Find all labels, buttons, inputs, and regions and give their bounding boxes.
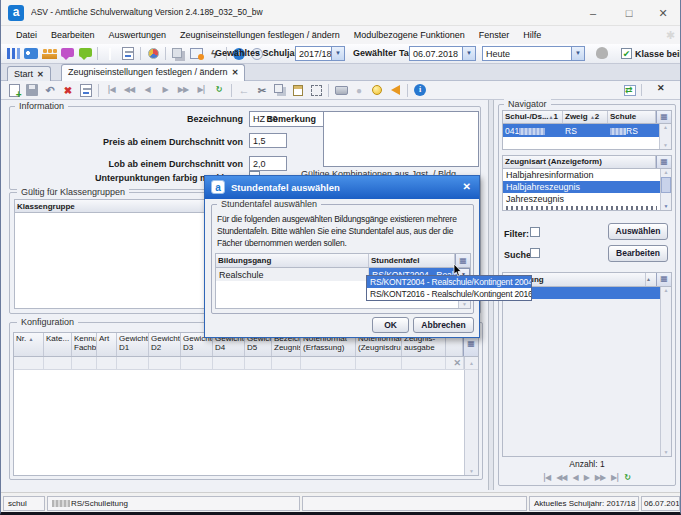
panel-sync-icon[interactable] [622,83,638,98]
table-config-icon[interactable]: ▦ [656,111,671,123]
grades-book-icon[interactable] [102,46,118,61]
list-item-clipped[interactable] [506,206,657,210]
filter-cell[interactable] [181,357,213,369]
col-gewicht-d1[interactable]: GewichtD1 [117,333,149,356]
close-button[interactable]: ✕ [648,0,678,26]
bearbeiten-button[interactable]: Bearbeiten [608,245,668,262]
scroll-up-icon[interactable]: ▲ [464,357,478,369]
select-icon[interactable] [308,83,324,98]
window-titlebar[interactable]: a ASV - Amtliche Schulverwaltung Version… [1,0,681,26]
list-item-jahreszeugnis[interactable]: Jahreszeugnis [503,193,660,205]
module-window-icon[interactable] [188,46,204,61]
zeugnisart-scrollbar[interactable]: ▲ ▼ [660,169,671,210]
scroll-down-icon[interactable]: ▼ [660,142,671,149]
menu-fenster[interactable]: Fenster [472,28,517,42]
col-art[interactable]: Art [97,333,117,356]
scroll-up-icon[interactable]: ▲ [661,169,671,176]
fast-prev-icon[interactable]: ◀◀ [121,83,137,98]
bemerkung-textarea[interactable] [323,111,479,167]
filter-cell[interactable] [44,357,72,369]
next-record-icon[interactable]: ▶ [584,474,589,482]
filter-cell[interactable] [14,357,44,369]
tab-zeugniseinstellungen[interactable]: Zeugniseinstellungen festlegen / ändern✕ [61,64,245,81]
table-config-icon[interactable]: ▦ [656,273,671,286]
fast-next-icon[interactable]: ▶▶ [175,83,191,98]
bildungsgang-cell[interactable]: Realschule [216,268,369,281]
scroll-up-icon[interactable]: ▲ [660,124,671,131]
panel-close-icon[interactable]: ✕ [657,83,665,93]
dropdown-option-kont2004[interactable]: RS/KONT2004 - Realschule/Kontingent 2004 [367,276,531,288]
back-icon[interactable]: ← [236,83,252,98]
schuljahr-combo[interactable]: 2017/18▼ [295,46,345,61]
menu-bearbeiten[interactable]: Bearbeiten [44,28,102,42]
paste-icon[interactable] [290,83,306,98]
menu-auswertungen[interactable]: Auswertungen [102,28,174,42]
dropdown-option-kont2016[interactable]: RS/KONT2016 - Realschule/Kontingent 2016 [367,288,531,300]
school-table-scrollbar[interactable]: ▲ ▼ [659,124,671,149]
result-list-scrollbar[interactable]: ▲ ▼ [660,287,671,456]
refresh-icon[interactable]: ↻ [624,474,631,482]
dialog-titlebar[interactable]: a Stundentafel auswählen ✕ [205,176,479,199]
cut-icon[interactable]: ✂ [254,83,270,98]
edit-form-icon[interactable] [78,83,94,98]
list-item-halbjahresinformation[interactable]: Halbjahresinformation [503,169,660,181]
col-schul-ds[interactable]: Schul-/Ds...▲1 [503,111,563,123]
tag-combo[interactable]: 06.07.2018▼ [409,46,476,61]
report-icon[interactable] [120,46,136,61]
col-gewicht-d2[interactable]: GewichtD2 [149,333,181,356]
tab-close-icon[interactable]: ✕ [37,70,44,79]
menu-zeugniseinstellungen[interactable]: Zeugniseinstellungen festlegen / ändern [173,28,347,42]
clear-filter-icon[interactable]: ✕ [446,357,464,369]
filter-cell[interactable] [272,357,301,369]
filter-cell[interactable] [149,357,181,369]
delete-icon[interactable]: ✖ [60,83,76,98]
filter-cell[interactable] [97,357,117,369]
col-bildungsgang[interactable]: Bildungsgang [216,254,369,267]
statistics-pie-icon[interactable] [145,46,161,61]
scroll-up-icon[interactable]: ▲ [661,287,671,294]
chevron-down-icon[interactable]: ▼ [571,47,584,60]
chevron-down-icon[interactable]: ▼ [462,47,475,60]
fast-next-icon[interactable]: ▶▶ [595,474,605,482]
col-zweig[interactable]: Zweig ▲2 [563,111,608,123]
filter-cell[interactable] [72,357,97,369]
abbrechen-button[interactable]: Abbrechen [413,317,474,333]
filter-cell[interactable] [245,357,272,369]
scroll-down-icon[interactable]: ▼ [465,468,478,475]
refresh-icon[interactable]: ↻ [211,83,227,98]
print-icon[interactable] [333,83,349,98]
group-chat-icon[interactable] [77,46,93,61]
suche-checkbox[interactable] [530,248,540,258]
col-kennung[interactable]: KennuFachbe [72,333,97,356]
table-config-icon[interactable]: ▦ [656,156,671,168]
fast-prev-icon[interactable]: ◀◀ [556,474,566,482]
undo-icon[interactable]: ↶ [42,83,58,98]
last-record-icon[interactable]: ▶| [193,83,209,98]
scroll-down-icon[interactable]: ▼ [661,449,671,456]
lightbulb-icon[interactable] [369,83,385,98]
teachers-module-icon[interactable] [41,46,57,61]
lock-icon[interactable] [596,47,608,59]
result-list-body[interactable] [503,299,660,456]
ok-button[interactable]: OK [372,317,409,333]
new-record-icon[interactable] [6,83,22,98]
menu-hilfe[interactable]: Hilfe [516,28,548,42]
filter-cell[interactable] [301,357,356,369]
first-record-icon[interactable]: |◀ [543,474,550,482]
copy-icon[interactable] [272,83,288,98]
scroll-down-icon[interactable]: ▼ [459,301,470,308]
filter-cell[interactable] [213,357,245,369]
scroll-down-icon[interactable]: ▼ [661,203,671,210]
prev-record-icon[interactable]: ◀ [572,474,577,482]
col-kategorie[interactable]: Kate... [44,333,72,356]
tab-close-icon[interactable]: ✕ [232,68,239,77]
zeitraum-combo[interactable]: Heute▼ [482,46,585,61]
next-record-icon[interactable]: ▶ [157,83,173,98]
col-schule[interactable]: Schule [608,111,656,123]
preis-input[interactable]: 1,5 [249,133,287,148]
konfiguration-scrollbar[interactable]: ▼ [464,370,478,475]
menu-datei[interactable]: Datei [9,28,44,42]
students-module-icon[interactable] [5,46,21,61]
minimize-button[interactable]: – [578,0,608,26]
student-id-icon[interactable] [23,46,39,61]
